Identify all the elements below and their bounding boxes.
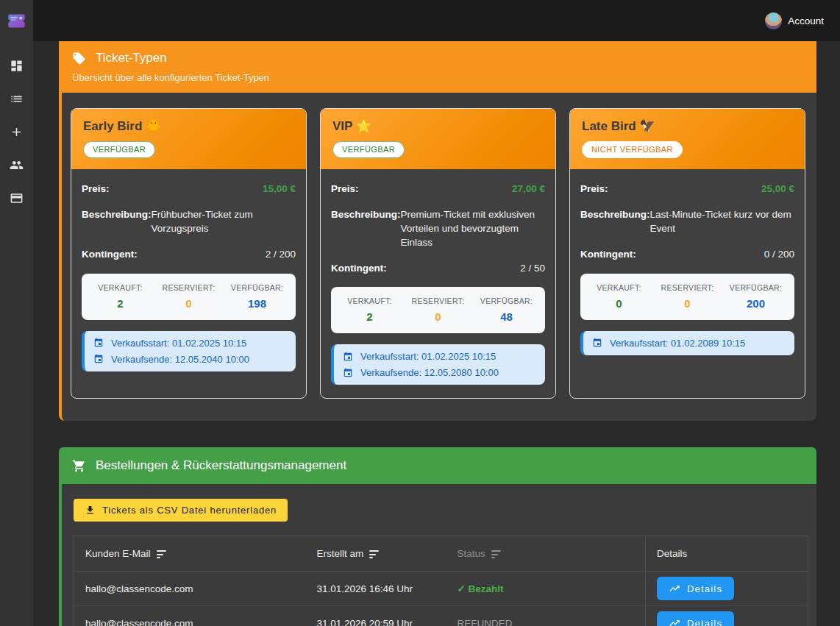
quota-label: Kontingent: (82, 248, 138, 262)
column-header-status[interactable]: Status (446, 536, 646, 572)
reserved-value: 0 (653, 297, 722, 310)
account-label: Account (788, 15, 824, 26)
section-title: Bestellungen & Rückerstattungsmanagement (96, 458, 346, 473)
available-label: VERFÜGBAR: (223, 283, 291, 292)
quota-value: 0 / 200 (636, 248, 794, 262)
download-csv-button[interactable]: Tickets als CSV Datei herunterladen (74, 499, 288, 522)
sold-label: VERKAUFT: (585, 283, 653, 292)
account-button[interactable]: Account (765, 13, 824, 29)
status-badge: VERFÜGBAR (83, 141, 155, 158)
ticket-title: Early Bird 🐥 (83, 118, 294, 134)
orders-table: Kunden E-Mail Erstellt am Status Details… (74, 536, 808, 626)
description-value: Premium-Ticket mit exklusiven Vorteilen … (401, 208, 545, 250)
section-subtitle: Übersicht über alle konfigurierten Ticke… (72, 72, 803, 83)
ticket-cards-container: Early Bird 🐥 VERFÜGBAR Preis:15,00 € Bes… (59, 93, 816, 421)
column-header-email[interactable]: Kunden E-Mail (74, 536, 306, 572)
sale-end: Verkaufsende: 12.05.2080 10:00 (360, 367, 499, 378)
chick-emoji: 🐥 (146, 119, 161, 133)
ticket-types-section: Ticket-Typen Übersicht über alle konfigu… (59, 41, 816, 421)
description-label: Beschreibung: (82, 208, 152, 222)
cell-status: REFUNDED (446, 606, 646, 626)
table-row: hallo@classencode.com 31.01.2026 20:59 U… (74, 606, 808, 626)
quota-value: 2 / 50 (387, 262, 545, 276)
sidebar-item-add[interactable] (10, 124, 24, 139)
sort-icon (369, 550, 379, 558)
orders-section: Bestellungen & Rückerstattungsmanagement… (59, 447, 816, 626)
sold-label: VERKAUFT: (335, 296, 404, 305)
available-label: VERFÜGBAR: (472, 296, 541, 305)
ticket-stats: VERKAUFT:2 RESERVIERT:0 VERFÜGBAR:48 (331, 287, 545, 333)
avatar (765, 13, 782, 29)
ticket-stats: VERKAUFT:2 RESERVIERT:0 VERFÜGBAR:198 (82, 274, 296, 320)
available-value: 198 (223, 297, 291, 310)
calendar-icon (343, 352, 353, 362)
reserved-label: RESERVIERT: (653, 283, 722, 292)
orders-header: Bestellungen & Rückerstattungsmanagement (59, 447, 816, 484)
ticket-title: Late Bird 🦅 (582, 118, 793, 134)
column-header-created[interactable]: Erstellt am (306, 536, 446, 572)
sale-start: Verkaufsstart: 01.02.2025 10:15 (360, 351, 496, 362)
plus-icon (10, 125, 24, 139)
sidebar-item-payments[interactable] (10, 191, 24, 205)
sort-icon (491, 550, 501, 558)
topbar: Account (33, 0, 840, 41)
eagle-emoji: 🦅 (639, 119, 655, 133)
sale-dates-box: Verkaufsstart: 01.02.2025 10:15 Verkaufs… (331, 344, 545, 385)
cell-email: hallo@classencode.com (74, 606, 306, 626)
star-emoji: ⭐ (356, 119, 371, 133)
sold-value: 0 (585, 297, 653, 310)
calendar-icon (592, 338, 602, 348)
description-label: Beschreibung: (331, 208, 401, 222)
details-button[interactable]: Details (657, 611, 734, 626)
available-value: 48 (472, 310, 541, 323)
calendar-icon (343, 368, 353, 378)
quota-label: Kontingent: (331, 262, 387, 276)
ticket-card-header: Early Bird 🐥 VERFÜGBAR (71, 109, 306, 169)
cell-status: ✓ Bezahlt (446, 572, 646, 606)
sale-dates-box: Verkaufsstart: 01.02.2025 10:15 Verkaufs… (82, 331, 296, 371)
details-button[interactable]: Details (657, 577, 734, 600)
description-value: Last-Minute-Ticket kurz vor dem Event (650, 208, 794, 236)
app-logo[interactable] (0, 0, 33, 41)
price-value: 25,00 € (608, 182, 794, 196)
sort-icon (157, 550, 166, 558)
sale-dates-box: Verkaufsstart: 01.02.2089 10:15 (580, 331, 794, 355)
ticket-card-header: Late Bird 🦅 NICHT VERFÜGBAR (570, 109, 805, 169)
sidebar-item-list[interactable] (10, 91, 24, 106)
description-label: Beschreibung: (580, 208, 650, 222)
reserved-label: RESERVIERT: (404, 296, 472, 305)
quota-value: 2 / 200 (138, 248, 296, 262)
sale-start: Verkaufsstart: 01.02.2025 10:15 (111, 338, 246, 349)
trending-up-icon (669, 617, 680, 626)
sidebar-item-dashboard[interactable] (10, 58, 24, 73)
column-header-details: Details (646, 536, 808, 572)
sale-start: Verkaufsstart: 01.02.2089 10:15 (610, 338, 745, 349)
sidebar-item-users[interactable] (10, 157, 24, 172)
reserved-value: 0 (154, 297, 223, 310)
list-icon (10, 92, 24, 106)
calendar-icon (93, 338, 104, 348)
reserved-label: RESERVIERT: (154, 283, 223, 292)
cell-created: 31.01.2026 20:59 Uhr (306, 606, 446, 626)
table-row: hallo@classencode.com 31.01.2026 16:46 U… (74, 572, 808, 606)
description-value: Frühbucher-Ticket zum Vorzugspreis (152, 208, 296, 236)
sold-value: 2 (335, 310, 404, 323)
ticket-card-early-bird: Early Bird 🐥 VERFÜGBAR Preis:15,00 € Bes… (71, 108, 307, 399)
price-value: 27,00 € (359, 182, 545, 196)
ticket-card-header: VIP ⭐ VERFÜGBAR (321, 109, 555, 169)
cell-created: 31.01.2026 16:46 Uhr (306, 572, 446, 606)
calendar-icon (93, 354, 104, 364)
sidebar (0, 0, 33, 626)
ticket-stats: VERKAUFT:0 RESERVIERT:0 VERFÜGBAR:200 (580, 274, 794, 320)
status-badge: VERFÜGBAR (332, 141, 405, 158)
ticket-title: VIP ⭐ (332, 118, 544, 134)
section-title: Ticket-Typen (96, 51, 167, 65)
ticket-logo-icon (7, 11, 26, 31)
status-badge: NICHT VERFÜGBAR (582, 141, 683, 158)
tag-icon (72, 51, 86, 65)
price-value: 15,00 € (110, 182, 296, 196)
ticket-card-vip: VIP ⭐ VERFÜGBAR Preis:27,00 € Beschreibu… (320, 108, 556, 399)
trending-up-icon (669, 583, 680, 594)
cart-icon (72, 459, 86, 473)
orders-body: Tickets als CSV Datei herunterladen Kund… (59, 484, 816, 626)
